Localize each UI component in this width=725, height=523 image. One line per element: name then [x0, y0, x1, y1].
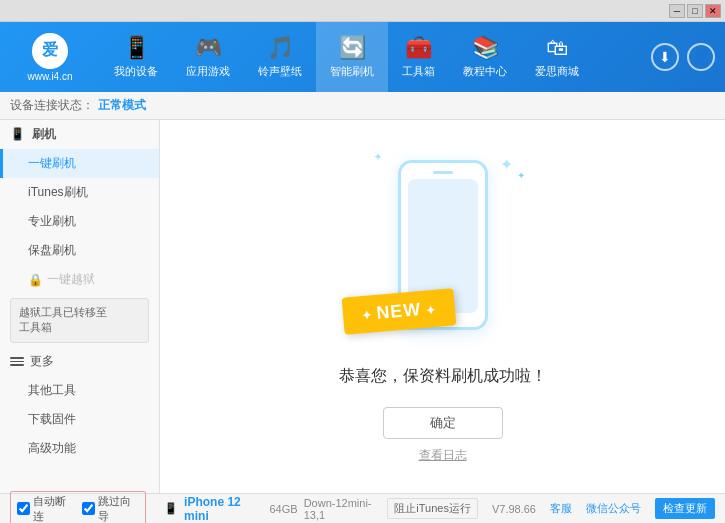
sidebar-item-one-click-flash[interactable]: 一键刷机	[0, 149, 159, 178]
phone-speaker	[433, 171, 453, 174]
tutorial-icon: 📚	[472, 35, 499, 61]
nav-tutorial[interactable]: 📚 教程中心	[449, 22, 521, 92]
sidebar-item-preserve-flash[interactable]: 保盘刷机	[0, 236, 159, 265]
nav-apps-games-label: 应用游戏	[186, 64, 230, 79]
menu-icon	[10, 357, 24, 366]
wechat-link[interactable]: 微信公众号	[586, 501, 641, 516]
phone-illustration: ✦ ✦ ✦ NEW	[353, 150, 533, 350]
logo-area: 爱 www.i4.cn	[0, 33, 100, 82]
sparkle-icon-1: ✦	[500, 155, 513, 174]
sidebar-jailbreak-disabled: 🔒 一键越狱	[0, 265, 159, 294]
sidebar-flash-label: 刷机	[32, 126, 56, 143]
device-info: 📱 iPhone 12 mini 64GB Down-12mini-13,1	[164, 495, 387, 523]
think-shop-icon: 🛍	[546, 35, 568, 61]
bottom-bar: 自动断连 跳过向导 📱 iPhone 12 mini 64GB Down-12m…	[0, 493, 725, 523]
status-bar: 设备连接状态： 正常模式	[0, 92, 725, 120]
nav-think-shop-label: 爱思商城	[535, 64, 579, 79]
nav-smart-shop[interactable]: 🔄 智能刷机	[316, 22, 388, 92]
download-button[interactable]: ⬇	[651, 43, 679, 71]
sidebar: 📱 刷机 一键刷机 iTunes刷机 专业刷机 保盘刷机 🔒 一键越狱 越狱工具…	[0, 120, 160, 493]
sidebar-section-more: 更多	[0, 347, 159, 376]
sidebar-item-itunes-flash[interactable]: iTunes刷机	[0, 178, 159, 207]
right-content: ✦ ✦ ✦ NEW 恭喜您，保资料刷机成功啦！ 确定 查看日志	[160, 120, 725, 493]
device-phone-icon: 📱	[164, 502, 178, 515]
skip-guide-checkbox-item[interactable]: 跳过向导	[82, 494, 139, 524]
minimize-button[interactable]: ─	[669, 4, 685, 18]
nav-toolbox[interactable]: 🧰 工具箱	[388, 22, 449, 92]
sidebar-item-advanced[interactable]: 高级功能	[0, 434, 159, 463]
sidebar-item-pro-flash[interactable]: 专业刷机	[0, 207, 159, 236]
logo-icon: 爱	[32, 33, 68, 69]
confirm-button[interactable]: 确定	[383, 407, 503, 439]
device-storage: 64GB	[270, 503, 298, 515]
skip-guide-label: 跳过向导	[98, 494, 139, 524]
sparkle-icon-3: ✦	[373, 150, 383, 164]
nav-my-device[interactable]: 📱 我的设备	[100, 22, 172, 92]
skip-guide-checkbox[interactable]	[82, 502, 95, 515]
logo-url: www.i4.cn	[27, 71, 72, 82]
ringtones-icon: 🎵	[267, 35, 294, 61]
nav-items: 📱 我的设备 🎮 应用游戏 🎵 铃声壁纸 🔄 智能刷机 🧰 工具箱 📚 教程中心…	[100, 22, 641, 92]
nav-apps-games[interactable]: 🎮 应用游戏	[172, 22, 244, 92]
itunes-bar[interactable]: 阻止iTunes运行	[387, 498, 478, 519]
view-log-link[interactable]: 查看日志	[419, 447, 467, 464]
maximize-button[interactable]: □	[687, 4, 703, 18]
status-value: 正常模式	[98, 97, 146, 114]
nav-right-actions: ⬇ 👤	[641, 43, 725, 71]
auto-connect-label: 自动断连	[33, 494, 74, 524]
update-button[interactable]: 检查更新	[655, 498, 715, 519]
nav-think-shop[interactable]: 🛍 爱思商城	[521, 22, 593, 92]
success-message: 恭喜您，保资料刷机成功啦！	[339, 366, 547, 387]
support-link[interactable]: 客服	[550, 501, 572, 516]
lock-icon: 🔒	[28, 273, 43, 287]
nav-my-device-label: 我的设备	[114, 64, 158, 79]
sidebar-item-download-firmware[interactable]: 下载固件	[0, 405, 159, 434]
user-button[interactable]: 👤	[687, 43, 715, 71]
nav-tutorial-label: 教程中心	[463, 64, 507, 79]
nav-toolbox-label: 工具箱	[402, 64, 435, 79]
sidebar-item-other-tools[interactable]: 其他工具	[0, 376, 159, 405]
smart-shop-icon: 🔄	[339, 35, 366, 61]
nav-ringtones[interactable]: 🎵 铃声壁纸	[244, 22, 316, 92]
status-label: 设备连接状态：	[10, 97, 94, 114]
nav-smart-shop-label: 智能刷机	[330, 64, 374, 79]
main-content: 📱 刷机 一键刷机 iTunes刷机 专业刷机 保盘刷机 🔒 一键越狱 越狱工具…	[0, 120, 725, 493]
toolbox-icon: 🧰	[405, 35, 432, 61]
version-label: V7.98.66	[492, 503, 536, 515]
sparkle-icon-2: ✦	[517, 170, 525, 181]
device-firmware: Down-12mini-13,1	[304, 497, 388, 521]
bottom-right: 阻止iTunes运行 V7.98.66 客服 微信公众号 检查更新	[387, 498, 715, 519]
auto-connect-checkbox[interactable]	[17, 502, 30, 515]
sidebar-more-label: 更多	[30, 353, 54, 370]
bottom-left: 自动断连 跳过向导 📱 iPhone 12 mini 64GB Down-12m…	[10, 491, 387, 524]
device-name: iPhone 12 mini	[184, 495, 263, 523]
nav-ringtones-label: 铃声壁纸	[258, 64, 302, 79]
my-device-icon: 📱	[123, 35, 150, 61]
flash-icon: 📱	[10, 127, 26, 143]
apps-games-icon: 🎮	[195, 35, 222, 61]
top-nav: 爱 www.i4.cn 📱 我的设备 🎮 应用游戏 🎵 铃声壁纸 🔄 智能刷机 …	[0, 22, 725, 92]
auto-connect-checkbox-item[interactable]: 自动断连	[17, 494, 74, 524]
sidebar-jailbreak-note: 越狱工具已转移至工具箱	[10, 298, 149, 343]
close-button[interactable]: ✕	[705, 4, 721, 18]
title-bar: ─ □ ✕	[0, 0, 725, 22]
sidebar-section-flash: 📱 刷机	[0, 120, 159, 149]
